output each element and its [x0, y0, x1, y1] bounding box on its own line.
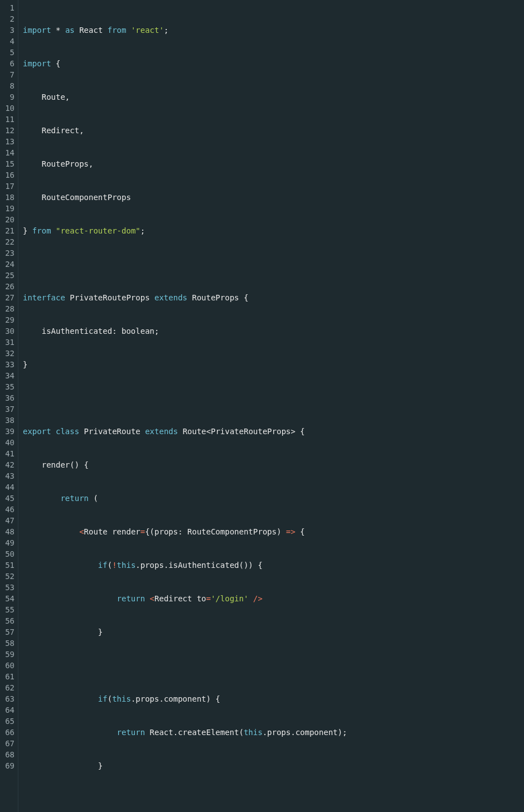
code-line[interactable]: }: [23, 359, 347, 370]
code-line[interactable]: interface PrivateRouteProps extends Rout…: [23, 292, 347, 303]
code-line[interactable]: import * as React from 'react';: [23, 25, 347, 36]
line-number: 61: [1, 671, 14, 682]
line-number-gutter: 1234567891011121314151617181920212223242…: [0, 0, 18, 812]
line-number: 18: [1, 192, 14, 203]
line-number: 11: [1, 114, 14, 125]
line-number: 16: [1, 169, 14, 181]
line-number: 66: [1, 727, 14, 738]
code-editor[interactable]: 1234567891011121314151617181920212223242…: [0, 0, 524, 812]
code-line[interactable]: <Route render={(props: RouteComponentPro…: [23, 526, 347, 537]
code-line[interactable]: } from "react-router-dom";: [23, 225, 347, 236]
line-number: 53: [1, 582, 14, 593]
code-line[interactable]: RouteComponentProps: [23, 192, 347, 203]
line-number: 4: [1, 36, 14, 47]
line-number: 60: [1, 660, 14, 671]
line-number: 1: [1, 2, 14, 13]
line-number: 55: [1, 604, 14, 615]
code-line[interactable]: Route,: [23, 91, 347, 103]
line-number: 13: [1, 136, 14, 147]
line-number: 32: [1, 348, 14, 359]
line-number: 25: [1, 270, 14, 281]
line-number: 56: [1, 615, 14, 626]
line-number: 19: [1, 203, 14, 214]
line-number: 37: [1, 403, 14, 415]
line-number: 57: [1, 626, 14, 638]
code-content[interactable]: import * as React from 'react'; import {…: [18, 0, 352, 812]
code-line[interactable]: [23, 794, 347, 805]
line-number: 67: [1, 738, 14, 749]
code-line[interactable]: return (: [23, 493, 347, 504]
line-number: 6: [1, 58, 14, 69]
line-number: 47: [1, 515, 14, 526]
line-number: 22: [1, 236, 14, 247]
line-number: 33: [1, 359, 14, 370]
code-line[interactable]: return React.createElement(this.props.co…: [23, 727, 347, 738]
line-number: 40: [1, 437, 14, 448]
line-number: 38: [1, 415, 14, 426]
code-line[interactable]: }: [23, 760, 347, 771]
line-number: 42: [1, 459, 14, 470]
line-number: 5: [1, 47, 14, 58]
line-number: 39: [1, 426, 14, 437]
line-number: 21: [1, 225, 14, 236]
line-number: 31: [1, 337, 14, 348]
code-line[interactable]: isAuthenticated: boolean;: [23, 325, 347, 337]
line-number: 23: [1, 247, 14, 259]
line-number: 28: [1, 303, 14, 314]
line-number: 69: [1, 760, 14, 771]
line-number: 63: [1, 693, 14, 704]
line-number: 43: [1, 470, 14, 482]
code-line[interactable]: RouteProps,: [23, 158, 347, 169]
line-number: 27: [1, 292, 14, 303]
line-number: 12: [1, 125, 14, 136]
line-number: 36: [1, 392, 14, 403]
line-number: 24: [1, 259, 14, 270]
code-line[interactable]: export class PrivateRoute extends Route<…: [23, 426, 347, 437]
line-number: 7: [1, 69, 14, 80]
line-number: 49: [1, 537, 14, 548]
line-number: 64: [1, 704, 14, 716]
line-number: 30: [1, 325, 14, 337]
line-number: 17: [1, 181, 14, 192]
line-number: 46: [1, 504, 14, 515]
line-number: 41: [1, 448, 14, 459]
line-number: 26: [1, 281, 14, 292]
line-number: 8: [1, 80, 14, 91]
line-number: 34: [1, 370, 14, 381]
line-number: 9: [1, 91, 14, 103]
code-line[interactable]: }: [23, 626, 347, 638]
line-number: 65: [1, 716, 14, 727]
line-number: 59: [1, 649, 14, 660]
line-number: 20: [1, 214, 14, 225]
line-number: 2: [1, 13, 14, 25]
line-number: 29: [1, 314, 14, 325]
line-number: 15: [1, 158, 14, 169]
line-number: 52: [1, 571, 14, 582]
code-line[interactable]: Redirect,: [23, 125, 347, 136]
code-line[interactable]: if(!this.props.isAuthenticated()) {: [23, 560, 347, 571]
line-number: 45: [1, 493, 14, 504]
line-number: 10: [1, 103, 14, 114]
code-line[interactable]: [23, 259, 347, 270]
code-line[interactable]: render() {: [23, 459, 347, 470]
code-line[interactable]: [23, 660, 347, 671]
line-number: 50: [1, 548, 14, 560]
line-number: 3: [1, 25, 14, 36]
code-line[interactable]: return <Redirect to='/login' />: [23, 593, 347, 604]
line-number: 44: [1, 482, 14, 493]
line-number: 35: [1, 381, 14, 392]
code-line[interactable]: [23, 392, 347, 403]
line-number: 58: [1, 638, 14, 649]
code-line[interactable]: import {: [23, 58, 347, 69]
line-number: 68: [1, 749, 14, 760]
line-number: 48: [1, 526, 14, 537]
code-line[interactable]: if(this.props.component) {: [23, 693, 347, 704]
line-number: 62: [1, 682, 14, 693]
line-number: 51: [1, 560, 14, 571]
line-number: 14: [1, 147, 14, 158]
line-number: 54: [1, 593, 14, 604]
